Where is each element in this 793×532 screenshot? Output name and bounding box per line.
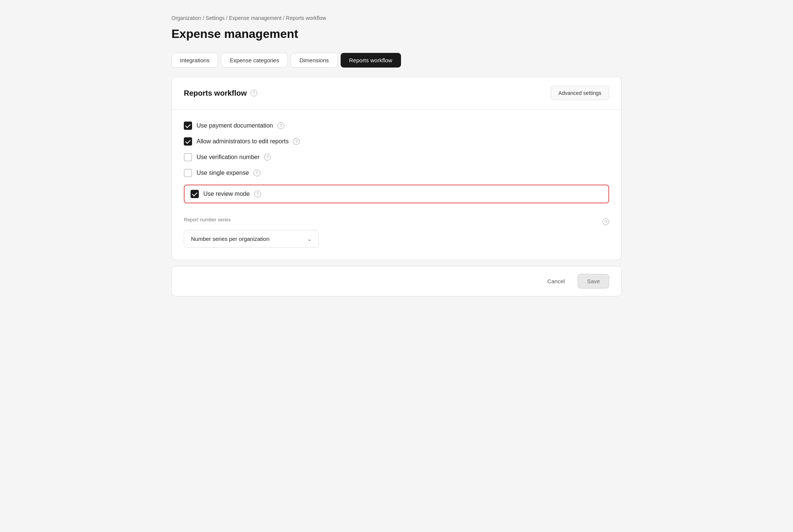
checkbox-group: Use payment documentation ? Allow admini… bbox=[184, 122, 609, 203]
help-icon-allow-administrators[interactable]: ? bbox=[293, 138, 300, 145]
section-title: Reports workflow bbox=[184, 89, 247, 98]
checkbox-item-use-review-mode[interactable]: Use review mode ? bbox=[184, 185, 609, 203]
checkbox-label-use-payment-documentation: Use payment documentation bbox=[197, 122, 273, 129]
card-body: Use payment documentation ? Allow admini… bbox=[172, 110, 621, 260]
checkbox-use-verification-number[interactable] bbox=[184, 153, 192, 161]
tab-reports-workflow[interactable]: Reports workflow bbox=[341, 53, 401, 68]
tabs-container: Integrations Expense categories Dimensio… bbox=[171, 53, 622, 68]
report-number-series-label: Report number series bbox=[184, 217, 231, 222]
card-header-left: Reports workflow ? bbox=[184, 89, 257, 98]
breadcrumb: Organization / Settings / Expense manage… bbox=[171, 15, 622, 21]
tab-expense-categories[interactable]: Expense categories bbox=[221, 53, 288, 68]
report-number-series-section: Report number series ? Number series per… bbox=[184, 217, 609, 248]
tab-integrations[interactable]: Integrations bbox=[171, 53, 218, 68]
checkbox-item-use-payment-documentation[interactable]: Use payment documentation ? bbox=[184, 122, 609, 130]
page-title: Expense management bbox=[171, 27, 622, 41]
reports-workflow-card: Reports workflow ? Advanced settings Use… bbox=[171, 77, 622, 260]
checkbox-label-use-review-mode: Use review mode bbox=[203, 191, 250, 197]
cancel-button[interactable]: Cancel bbox=[539, 274, 573, 288]
report-number-series-select[interactable]: Number series per organization ⌄ bbox=[184, 230, 319, 248]
checkbox-use-review-mode[interactable] bbox=[191, 190, 199, 198]
checkbox-label-use-verification-number: Use verification number bbox=[197, 154, 260, 161]
help-icon-use-review-mode[interactable]: ? bbox=[254, 191, 261, 197]
advanced-settings-button[interactable]: Advanced settings bbox=[551, 86, 609, 100]
checkbox-use-single-expense[interactable] bbox=[184, 169, 192, 177]
checkbox-use-payment-documentation[interactable] bbox=[184, 122, 192, 130]
select-value: Number series per organization bbox=[191, 236, 269, 242]
help-icon-use-verification-number[interactable]: ? bbox=[264, 154, 271, 161]
help-icon-report-number-series[interactable]: ? bbox=[602, 218, 609, 225]
checkbox-label-allow-administrators: Allow administrators to edit reports bbox=[197, 138, 288, 145]
checkbox-item-use-verification-number[interactable]: Use verification number ? bbox=[184, 153, 609, 161]
checkbox-item-allow-administrators[interactable]: Allow administrators to edit reports ? bbox=[184, 137, 609, 146]
card-header: Reports workflow ? Advanced settings bbox=[172, 77, 621, 110]
tab-dimensions[interactable]: Dimensions bbox=[291, 53, 337, 68]
checkbox-item-use-single-expense[interactable]: Use single expense ? bbox=[184, 169, 609, 177]
select-wrapper: Number series per organization ⌄ bbox=[184, 230, 319, 248]
field-label-row: Report number series ? bbox=[184, 217, 609, 226]
help-icon-use-single-expense[interactable]: ? bbox=[254, 170, 260, 176]
save-button[interactable]: Save bbox=[578, 274, 609, 289]
checkbox-allow-administrators[interactable] bbox=[184, 137, 192, 146]
checkbox-label-use-single-expense: Use single expense bbox=[197, 170, 249, 176]
bottom-bar: Cancel Save bbox=[171, 266, 622, 296]
help-icon-use-payment-documentation[interactable]: ? bbox=[278, 122, 284, 129]
chevron-down-icon: ⌄ bbox=[307, 236, 312, 242]
section-help-icon[interactable]: ? bbox=[251, 90, 257, 96]
